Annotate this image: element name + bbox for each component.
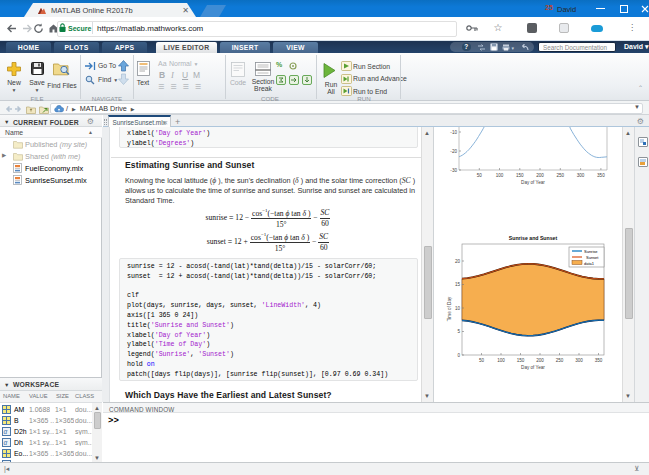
svg-text:-30: -30 (450, 168, 457, 173)
svg-text:50: 50 (479, 358, 485, 363)
svg-text:10: 10 (455, 306, 461, 311)
svg-text:150: 150 (517, 358, 525, 363)
svg-text:Day of Year: Day of Year (521, 180, 545, 185)
svg-text:350: 350 (597, 173, 605, 178)
svg-text:Time of Day: Time of Day (447, 296, 452, 321)
svg-text:300: 300 (577, 173, 585, 178)
svg-text:100: 100 (496, 173, 504, 178)
svg-text:100: 100 (497, 358, 505, 363)
svg-text:150: 150 (516, 173, 524, 178)
svg-text:Sunset: Sunset (586, 255, 599, 260)
svg-text:300: 300 (575, 358, 583, 363)
svg-text:-10: -10 (450, 130, 457, 135)
svg-text:15: 15 (455, 282, 461, 287)
svg-text:α: α (4, 439, 8, 446)
svg-text:50: 50 (477, 173, 483, 178)
svg-text:data1: data1 (584, 261, 595, 266)
svg-text:α: α (4, 428, 8, 435)
svg-text:200: 200 (536, 173, 544, 178)
svg-text:Sunrise: Sunrise (584, 249, 598, 254)
svg-text:200: 200 (536, 358, 544, 363)
svg-text:20: 20 (455, 259, 461, 264)
svg-text:250: 250 (556, 173, 564, 178)
svg-text:350: 350 (595, 358, 603, 363)
svg-text:Sunrise and Sunset: Sunrise and Sunset (509, 235, 558, 241)
svg-text:5: 5 (457, 329, 460, 334)
svg-text:250: 250 (556, 358, 564, 363)
svg-text:-20: -20 (450, 149, 457, 154)
svg-text:Day of Year: Day of Year (521, 365, 545, 370)
svg-text:0: 0 (457, 353, 460, 358)
